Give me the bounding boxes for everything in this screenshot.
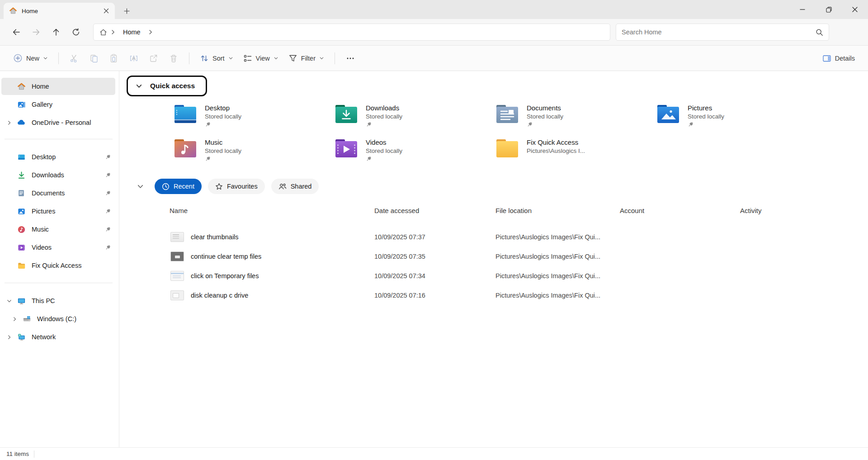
- tile-downloads[interactable]: Downloads Stored locally: [335, 104, 496, 138]
- desktop-folder-icon: [174, 104, 197, 123]
- tab-favourites[interactable]: Favourites: [208, 179, 265, 194]
- folder-icon: [17, 261, 26, 270]
- table-row[interactable]: click on Temporary files 10/09/2025 07:3…: [170, 266, 859, 285]
- tile-documents[interactable]: Documents Stored locally: [496, 104, 657, 138]
- sidebar-item-documents[interactable]: Documents: [1, 185, 115, 202]
- quick-access-header[interactable]: Quick access: [127, 76, 207, 96]
- tile-videos[interactable]: Videos Stored locally: [335, 138, 496, 172]
- details-pane-button[interactable]: Details: [817, 49, 860, 67]
- search-icon[interactable]: [816, 28, 823, 36]
- onedrive-icon: [17, 118, 26, 127]
- table-row[interactable]: disk cleanup c drive 10/09/2025 07:16 Pi…: [170, 285, 859, 305]
- gallery-icon: [17, 100, 26, 109]
- network-icon: [17, 332, 26, 341]
- downloads-folder-icon: [335, 104, 358, 123]
- breadcrumb[interactable]: Home: [93, 24, 610, 41]
- sort-button[interactable]: Sort: [195, 49, 238, 67]
- tab-shared[interactable]: Shared: [271, 179, 319, 194]
- chevron-right-icon[interactable]: [147, 29, 154, 35]
- breadcrumb-segment-home[interactable]: Home: [118, 27, 145, 38]
- rename-button[interactable]: [124, 49, 144, 67]
- sidebar-item-fix-quick-access[interactable]: Fix Quick Access: [1, 257, 115, 274]
- tab-close-button[interactable]: [100, 5, 112, 17]
- sidebar-item-downloads[interactable]: Downloads: [1, 166, 115, 184]
- chevron-down-icon[interactable]: [136, 83, 142, 90]
- more-icon: [346, 54, 354, 62]
- sidebar-item-videos[interactable]: Videos: [1, 239, 115, 256]
- tile-music[interactable]: Music Stored locally: [174, 138, 335, 172]
- breadcrumb-home-icon[interactable]: [99, 28, 108, 37]
- back-button[interactable]: [6, 24, 26, 41]
- view-button[interactable]: View: [238, 49, 283, 67]
- pin-icon: [105, 209, 111, 214]
- tile-desktop[interactable]: Desktop Stored locally: [174, 104, 335, 138]
- sidebar-item-windows-c[interactable]: Windows (C:): [7, 310, 115, 327]
- explorer-tab-home[interactable]: Home: [4, 3, 115, 19]
- filter-button-label: Filter: [301, 55, 316, 62]
- recent-files-table: Name Date accessed File location Account…: [170, 205, 859, 305]
- sidebar-item-network[interactable]: Network: [1, 328, 115, 346]
- pin-icon: [105, 245, 111, 251]
- tile-subtitle: Stored locally: [688, 113, 724, 120]
- tile-name: Fix Quick Access: [527, 138, 585, 147]
- restore-button[interactable]: [816, 0, 842, 19]
- column-header-activity[interactable]: Activity: [740, 205, 844, 216]
- status-divider: [34, 451, 34, 458]
- sidebar-item-desktop[interactable]: Desktop: [1, 148, 115, 166]
- pin-icon: [105, 154, 111, 160]
- more-options-button[interactable]: [340, 49, 360, 67]
- tile-name: Videos: [366, 138, 402, 147]
- tile-fix-quick-access[interactable]: Fix Quick Access Pictures\Auslogics I...: [496, 138, 657, 172]
- table-row[interactable]: continue clear temp files 10/09/2025 07:…: [170, 247, 859, 266]
- file-thumbnail: [170, 232, 184, 242]
- refresh-button[interactable]: [66, 24, 86, 41]
- up-button[interactable]: [46, 24, 66, 41]
- search-input[interactable]: [622, 28, 816, 36]
- sidebar-item-pictures[interactable]: Pictures: [1, 203, 115, 220]
- chevron-down-icon[interactable]: [1, 299, 17, 304]
- sidebar-item-music[interactable]: Music: [1, 221, 115, 238]
- tab-recent[interactable]: Recent: [155, 179, 202, 194]
- cut-button[interactable]: [64, 49, 84, 67]
- clock-icon: [162, 183, 170, 190]
- folder-icon: [496, 139, 519, 158]
- sidebar-item-gallery[interactable]: Gallery: [1, 96, 115, 113]
- close-button[interactable]: [842, 0, 868, 19]
- column-header-name[interactable]: Name: [170, 205, 374, 216]
- pin-icon: [366, 156, 402, 162]
- pin-icon: [105, 190, 111, 196]
- filter-button[interactable]: Filter: [283, 49, 329, 67]
- toolbar-divider: [58, 52, 59, 64]
- chevron-right-icon[interactable]: [7, 317, 22, 322]
- date-accessed: 10/09/2025 07:35: [374, 253, 495, 260]
- date-accessed: 10/09/2025 07:34: [374, 272, 495, 280]
- sidebar-item-this-pc[interactable]: This PC: [1, 292, 115, 309]
- new-button[interactable]: New: [8, 49, 53, 67]
- table-row[interactable]: clear thumbnails 10/09/2025 07:37 Pictur…: [170, 227, 859, 247]
- downloads-icon: [17, 171, 26, 180]
- chevron-right-icon[interactable]: [1, 120, 17, 125]
- chevron-right-icon[interactable]: [1, 335, 17, 340]
- column-header-file-location[interactable]: File location: [495, 205, 620, 216]
- tile-name: Documents: [527, 104, 563, 112]
- forward-button[interactable]: [26, 24, 46, 41]
- column-header-account[interactable]: Account: [620, 205, 740, 216]
- column-header-date-accessed[interactable]: Date accessed: [374, 205, 495, 216]
- chevron-down-icon: [319, 56, 324, 61]
- minimize-button[interactable]: [789, 0, 816, 19]
- share-button[interactable]: [144, 49, 164, 67]
- home-icon: [17, 82, 26, 91]
- content-area: Quick access Desktop Stored locally: [119, 71, 868, 447]
- new-tab-button[interactable]: [120, 5, 133, 17]
- sidebar-item-home[interactable]: Home: [1, 78, 115, 95]
- quick-access-tiles: Desktop Stored locally Downloads Stored …: [174, 104, 818, 172]
- copy-button[interactable]: [84, 49, 104, 67]
- chevron-down-icon[interactable]: [132, 183, 148, 190]
- paste-button[interactable]: [104, 49, 124, 67]
- videos-folder-icon: [335, 139, 358, 158]
- delete-button[interactable]: [164, 49, 184, 67]
- tile-name: Downloads: [366, 104, 402, 112]
- sidebar-item-onedrive[interactable]: OneDrive - Personal: [1, 114, 115, 131]
- tile-pictures[interactable]: Pictures Stored locally: [657, 104, 818, 138]
- search-box[interactable]: [616, 24, 829, 41]
